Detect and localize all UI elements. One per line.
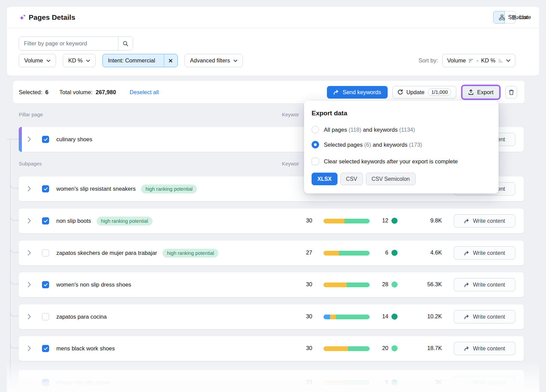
- expand-chevron-icon[interactable]: [28, 250, 31, 256]
- volume-filter-label: Volume: [24, 57, 43, 64]
- csv-button[interactable]: CSV: [340, 173, 363, 185]
- intent-distribution-bar: [324, 380, 370, 385]
- write-content-label: Write content: [473, 282, 505, 288]
- tree-connector: [10, 181, 19, 189]
- intent-filter-label: Intent: Commercial: [103, 57, 160, 64]
- write-content-button[interactable]: Write content: [454, 278, 515, 291]
- expand-chevron-icon[interactable]: [28, 186, 31, 191]
- structure-icon: [499, 14, 505, 20]
- sort-by-dropdown[interactable]: Volume - KD %: [442, 54, 515, 67]
- volume-value: 10.2K: [407, 313, 442, 320]
- sort-by: Sort by: Volume - KD %: [418, 54, 515, 67]
- page-label[interactable]: zapatos skechers de mujer para trabajar: [56, 250, 157, 256]
- subpage-row: zapatos skechers de mujer para trabajar …: [19, 241, 524, 265]
- deselect-all-link[interactable]: Deselect all: [130, 89, 159, 96]
- search-input[interactable]: [19, 37, 118, 50]
- row-checkbox[interactable]: [42, 313, 49, 320]
- export-option-all[interactable]: All pages (118) and keywords (1134): [312, 126, 415, 133]
- update-button[interactable]: Update 1/1,000: [392, 86, 457, 99]
- write-content-arrow-icon: [464, 282, 470, 287]
- expand-chevron-icon[interactable]: [28, 282, 31, 287]
- keywords-count: 27: [287, 249, 312, 256]
- volume-filter-dropdown[interactable]: Volume: [19, 54, 56, 67]
- expand-chevron-icon[interactable]: [28, 314, 31, 319]
- delete-button[interactable]: [505, 86, 517, 99]
- intent-filter-chip[interactable]: Intent: Commercial: [102, 54, 177, 67]
- high-ranking-potential-badge: high ranking potential: [162, 249, 218, 258]
- keywords-count: 30: [287, 217, 312, 224]
- expand-chevron-icon[interactable]: [28, 346, 31, 351]
- position-value: 9: [364, 379, 388, 386]
- position-dot: [391, 250, 398, 256]
- sort-secondary-label: KD %: [481, 57, 495, 64]
- write-content-button[interactable]: Write content: [454, 310, 515, 323]
- row-checkbox[interactable]: [42, 281, 49, 288]
- volume-value: 9.8K: [407, 217, 442, 224]
- advanced-filters-label: Advanced filters: [190, 57, 230, 64]
- page-label[interactable]: culinary shoes: [56, 136, 92, 143]
- close-icon: [169, 59, 173, 63]
- row-checkbox[interactable]: [42, 249, 49, 257]
- chevron-down-icon: [506, 59, 511, 62]
- write-content-button[interactable]: Write content: [454, 376, 515, 389]
- upload-icon: [468, 89, 474, 95]
- position-dot: [391, 218, 398, 224]
- expand-chevron-icon[interactable]: [28, 218, 31, 223]
- subpage-row: non slip boots high ranking potential 30…: [19, 208, 524, 233]
- csv-semicolon-button[interactable]: CSV Semicolon: [366, 173, 416, 185]
- header-card: Pages Details Structure List: [7, 7, 539, 76]
- write-content-button[interactable]: Write content: [454, 246, 515, 260]
- subpage-row: dressy non slip shoes high ranking poten…: [19, 370, 524, 392]
- write-content-button[interactable]: Write content: [454, 214, 515, 228]
- kd-filter-dropdown[interactable]: KD %: [63, 54, 96, 67]
- row-checkbox[interactable]: [42, 217, 49, 224]
- page-label[interactable]: mens black work shoes: [56, 345, 115, 352]
- row-checkbox[interactable]: [42, 136, 49, 143]
- position-value: 20: [364, 345, 388, 351]
- sort-primary-label: Volume: [447, 57, 466, 64]
- radio-all-pages[interactable]: [312, 126, 319, 133]
- structure-view-button[interactable]: Structure: [493, 11, 505, 24]
- position-value: 6: [364, 249, 388, 256]
- export-button[interactable]: Export: [462, 86, 499, 99]
- row-checkbox[interactable]: [42, 185, 49, 192]
- send-keywords-button[interactable]: Send keywords: [327, 86, 388, 99]
- kd-filter-label: KD %: [68, 57, 83, 64]
- selection-summary: Selected: 6 Total volume: 267,980 Desele…: [19, 81, 159, 103]
- keywords-count: 30: [287, 281, 312, 288]
- tree-connector: [10, 341, 19, 348]
- row-checkbox[interactable]: [42, 379, 49, 386]
- page-title: Pages Details: [29, 13, 75, 21]
- advanced-filters-dropdown[interactable]: Advanced filters: [185, 54, 243, 67]
- clear-after-export-option[interactable]: Clear selected keywords after your expor…: [312, 158, 458, 165]
- subpage-row: women's non slip dress shoes high rankin…: [19, 272, 524, 297]
- write-content-label: Write content: [473, 380, 505, 386]
- write-content-arrow-icon: [464, 346, 470, 351]
- intent-distribution-bar: [324, 251, 370, 256]
- tree-connector: [10, 245, 19, 253]
- page-label[interactable]: zapatos para cocina: [56, 314, 107, 320]
- volume-value: 4.6K: [407, 249, 442, 256]
- sort-ascending-icon: [498, 59, 503, 63]
- row-checkbox[interactable]: [42, 345, 49, 352]
- expand-chevron-icon[interactable]: [28, 136, 31, 142]
- page-label[interactable]: non slip boots: [56, 218, 91, 224]
- radio-selected-pages[interactable]: [312, 141, 319, 148]
- filter-search: [19, 37, 133, 50]
- search-button[interactable]: [118, 37, 133, 50]
- remove-intent-filter-button[interactable]: [164, 54, 177, 67]
- tree-connector: [7, 139, 19, 140]
- structure-label: Structure: [508, 14, 531, 20]
- write-content-arrow-icon: [464, 380, 470, 385]
- expand-chevron-icon[interactable]: [28, 380, 31, 385]
- page-label[interactable]: women's slip resistant sneakers: [56, 186, 135, 192]
- export-option-selected[interactable]: Selected pages (6) and keywords (173): [312, 141, 422, 148]
- page-label[interactable]: women's non slip dress shoes: [56, 281, 131, 288]
- clear-after-export-checkbox[interactable]: [312, 158, 319, 165]
- write-content-button[interactable]: Write content: [454, 342, 515, 355]
- pillar-accent-bar: [19, 127, 22, 152]
- volume-value: 56.3K: [407, 281, 442, 288]
- xlsx-button[interactable]: XLSX: [312, 173, 337, 185]
- pages-details-screen: Pages Details Structure List: [0, 0, 546, 392]
- page-label[interactable]: dressy non slip shoes: [56, 379, 111, 386]
